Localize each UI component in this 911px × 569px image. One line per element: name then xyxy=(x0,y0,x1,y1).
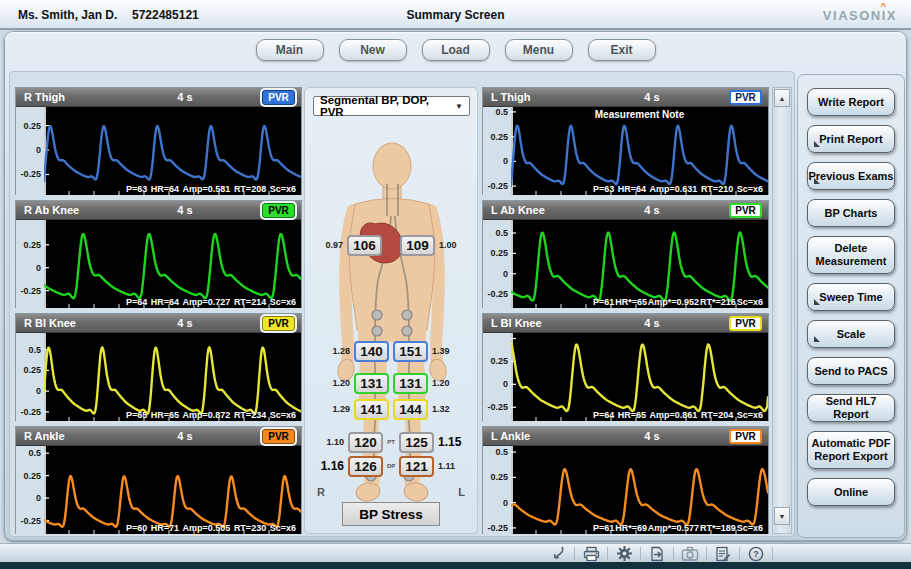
stat-value: Amp*=0.577 xyxy=(648,523,699,533)
scroll-up-button[interactable]: ▲ xyxy=(774,89,790,107)
right-limb-charts-column: R Thigh4 sPVR0.250-0.25P=63HR=64Amp=0.58… xyxy=(15,87,302,534)
sidebar-button-online[interactable]: Online xyxy=(807,478,895,506)
arm-right-bp[interactable]: 106 xyxy=(347,235,382,256)
nav-button-load[interactable]: Load xyxy=(422,39,490,61)
sidebar-button-automatic-pdf-report-export[interactable]: Automatic PDF Report Export xyxy=(807,431,895,469)
chart-r-thigh[interactable]: R Thigh4 sPVR0.250-0.25P=63HR=64Amp=0.58… xyxy=(15,87,302,195)
charts-scrollbar[interactable]: ▲ ▼ xyxy=(772,87,792,534)
bp-right-thigh[interactable]: 140 xyxy=(354,341,389,362)
stat-value: HR*=69 xyxy=(615,523,647,533)
ratio-left-above-knee: 1.20 xyxy=(432,378,456,388)
chart-r-blknee[interactable]: R Bl Knee4 sPVR0.50.250-0.25P=65HR=65Amp… xyxy=(15,313,302,421)
chart-title: R Ab Knee xyxy=(20,204,108,216)
sidebar-button-write-report[interactable]: Write Report xyxy=(807,88,895,116)
ratio-right-thigh: 1.28 xyxy=(326,346,350,356)
chevron-down-icon: ▼ xyxy=(455,102,463,111)
chart-l-thigh[interactable]: L Thigh4 sPVR0.50.250-0.25Measurement No… xyxy=(482,87,769,195)
chart-header: L Ab Knee4 sPVR xyxy=(483,201,768,220)
y-tick-label: -0.25 xyxy=(20,286,41,296)
icon-separator xyxy=(673,547,674,560)
nav-button-main[interactable]: Main xyxy=(256,39,324,61)
stat-value: Amp=0.872 xyxy=(183,410,231,420)
stat-value: RT=214 xyxy=(234,297,266,307)
icon-separator xyxy=(574,547,575,560)
bp-right-ankle-pt[interactable]: 120 xyxy=(348,432,383,453)
sidebar-button-previous-exams[interactable]: Previous Exams xyxy=(807,162,895,190)
chart-header: L Thigh4 sPVR xyxy=(483,88,768,107)
exam-notes-icon[interactable] xyxy=(714,545,732,563)
pvr-badge[interactable]: PVR xyxy=(262,429,295,444)
sidebar-button-send-hl7-report[interactable]: Send HL7 Report xyxy=(807,394,895,422)
sidebar-button-sweep-time[interactable]: Sweep Time xyxy=(807,283,895,311)
bp-left-above-knee[interactable]: 131 xyxy=(393,373,428,394)
pvr-badge[interactable]: PVR xyxy=(729,316,762,331)
chart-plot-area: 0.50.250-0.25Measurement NoteP=63HR=64Am… xyxy=(483,107,768,195)
chart-title: R Bl Knee xyxy=(20,317,108,329)
scroll-down-button[interactable]: ▼ xyxy=(774,507,790,525)
stat-value: Sc=x6 xyxy=(270,184,296,194)
sidebar-button-print-report[interactable]: Print Report xyxy=(807,125,895,153)
submenu-corner-icon xyxy=(814,336,820,342)
y-tick-label: -0.25 xyxy=(487,289,508,299)
nav-button-exit[interactable]: Exit xyxy=(588,39,656,61)
sidebar-button-bp-charts[interactable]: BP Charts xyxy=(807,199,895,227)
stat-value: P=61 xyxy=(593,523,614,533)
icon-separator xyxy=(607,547,608,560)
main-frame: MainNewLoadMenuExit R Thigh4 sPVR0.250-0… xyxy=(4,31,907,541)
y-tick-label: 0 xyxy=(503,379,508,389)
bp-row-thigh: 1.281401511.39 xyxy=(305,339,477,363)
chart-l-abknee[interactable]: L Ab Knee4 sPVR0.50.250-0.25P=61HR*=65Am… xyxy=(482,200,769,308)
bp-right-above-knee[interactable]: 131 xyxy=(354,373,389,394)
pvr-badge[interactable]: PVR xyxy=(729,90,762,105)
export-report-icon[interactable] xyxy=(648,545,666,563)
chart-l-blknee[interactable]: L Bl Knee4 sPVR0.250-0.25P=64HR=65Amp=0.… xyxy=(482,313,769,421)
bp-right-ankle-dp[interactable]: 126 xyxy=(348,456,383,477)
chart-plot-area: 0.250-0.25P=64HR=64Amp=0.727RT=214Sc=x6 xyxy=(16,220,301,308)
y-axis-labels: 0.50.250-0.25 xyxy=(16,446,44,534)
ratio-right-ankle-pt: 1.10 xyxy=(320,437,344,447)
bp-right-below-knee[interactable]: 141 xyxy=(354,399,389,420)
viasonix-logo: VIASONIX xyxy=(823,8,897,23)
submenu-corner-icon xyxy=(814,178,820,184)
ratio-left-below-knee: 1.32 xyxy=(432,404,456,414)
bp-left-below-knee[interactable]: 144 xyxy=(393,399,428,420)
arm-left-ratio: 1.00 xyxy=(439,240,463,250)
chart-r-abknee[interactable]: R Ab Knee4 sPVR0.250-0.25P=64HR=64Amp=0.… xyxy=(15,200,302,308)
chart-plot-area: 0.50.250-0.25P=61HR*=65Amp*=0.952RT*=216… xyxy=(483,220,768,308)
stat-value: Sc=x6 xyxy=(737,523,763,533)
display-mode-dropdown[interactable]: Segmental BP, DOP, PVR ▼ xyxy=(313,96,470,116)
nav-button-new[interactable]: New xyxy=(339,39,407,61)
artery-label-pt: PT xyxy=(387,439,395,445)
pvr-badge[interactable]: PVR xyxy=(729,429,762,444)
sidebar-button-delete-measurement[interactable]: Delete Measurement xyxy=(807,236,895,274)
chart-stats: P=64HR=64Amp=0.727RT=214Sc=x6 xyxy=(126,297,296,307)
pvr-badge[interactable]: PVR xyxy=(729,203,762,218)
signature-icon[interactable] xyxy=(549,545,567,563)
y-tick-label: 0.25 xyxy=(490,472,508,482)
chart-l-ankle[interactable]: L Ankle4 sPVR0.50.250-0.25P=61HR*=69Amp*… xyxy=(482,426,769,534)
y-tick-label: 0 xyxy=(503,498,508,508)
bp-left-ankle-dp[interactable]: 121 xyxy=(399,456,434,477)
settings-icon[interactable] xyxy=(615,545,633,563)
nav-button-menu[interactable]: Menu xyxy=(505,39,573,61)
status-bar: ? xyxy=(0,543,911,562)
y-tick-label: 0.25 xyxy=(23,240,41,250)
sidebar-button-scale[interactable]: Scale xyxy=(807,320,895,348)
y-tick-label: 0.5 xyxy=(495,228,508,238)
arm-left-bp[interactable]: 109 xyxy=(400,235,435,256)
bottom-strip xyxy=(0,562,911,569)
help-icon[interactable]: ? xyxy=(747,545,765,563)
ratio-left-thigh: 1.39 xyxy=(432,346,456,356)
printer-icon[interactable] xyxy=(582,545,600,563)
bp-stress-button[interactable]: BP Stress xyxy=(342,502,440,526)
sidebar-button-send-to-pacs[interactable]: Send to PACS xyxy=(807,357,895,385)
chart-r-ankle[interactable]: R Ankle4 sPVR0.50.250-0.25P=60HR=71Amp=0… xyxy=(15,426,302,534)
camera-icon[interactable] xyxy=(681,545,699,563)
bp-left-thigh[interactable]: 151 xyxy=(393,341,428,362)
pvr-badge[interactable]: PVR xyxy=(262,316,295,331)
pvr-badge[interactable]: PVR xyxy=(262,203,295,218)
y-tick-label: -0.25 xyxy=(487,181,508,191)
pvr-badge[interactable]: PVR xyxy=(262,90,295,105)
sweep-time-value: 4 s xyxy=(575,430,729,442)
bp-left-ankle-pt[interactable]: 125 xyxy=(399,432,434,453)
